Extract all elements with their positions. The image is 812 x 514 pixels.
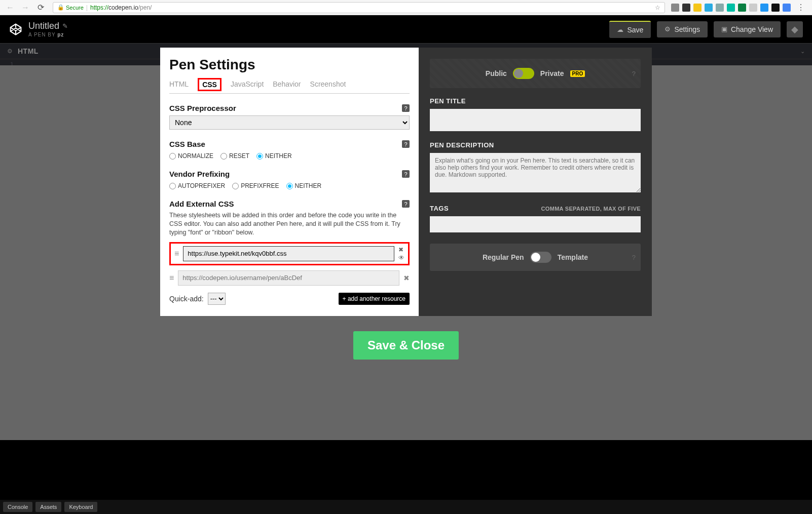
url-protocol: https://	[90, 4, 108, 11]
external-css-heading: Add External CSS	[169, 200, 234, 208]
lock-icon: 🔒	[57, 4, 64, 11]
settings-tabs: HTML CSS JavaScript Behavior Screenshot	[169, 80, 410, 94]
highlighted-resource-row: ≡ ✖ 👁	[169, 242, 410, 265]
author-link[interactable]: pz	[57, 32, 64, 37]
secure-indicator: 🔒 Secure	[57, 4, 84, 11]
radio-normalize[interactable]: NORMALIZE	[169, 152, 213, 160]
save-button[interactable]: ☁Save	[609, 21, 651, 38]
save-close-button[interactable]: Save & Close	[353, 331, 459, 360]
extension-icon[interactable]	[760, 4, 768, 12]
edit-title-icon[interactable]: ✎	[62, 22, 68, 30]
external-css-input-empty[interactable]	[178, 270, 399, 286]
layout-icon: ▣	[721, 25, 727, 33]
gear-icon: ⚙	[665, 25, 671, 33]
tab-screenshot[interactable]: Screenshot	[310, 80, 346, 93]
template-label: Template	[558, 253, 588, 261]
settings-left-panel: Pen Settings HTML CSS JavaScript Behavio…	[160, 48, 419, 316]
radio-reset[interactable]: RESET	[220, 152, 249, 160]
template-toggle-box: Regular Pen Template ?	[430, 244, 641, 271]
help-icon[interactable]: ?	[402, 170, 410, 178]
drag-handle-icon[interactable]: ≡	[174, 251, 179, 256]
help-icon[interactable]: ?	[402, 200, 410, 208]
collapse-icon[interactable]: ⌄	[800, 48, 805, 55]
remove-resource-icon[interactable]: ✖	[403, 274, 410, 282]
bookmark-star-icon[interactable]: ☆	[655, 4, 660, 11]
tab-javascript[interactable]: JavaScript	[231, 80, 264, 93]
codepen-logo-icon[interactable]	[9, 23, 22, 36]
css-base-heading: CSS Base	[169, 140, 205, 148]
external-css-input[interactable]	[183, 246, 394, 261]
css-preprocessor-select[interactable]: None	[169, 115, 410, 130]
extension-icon[interactable]	[693, 4, 702, 12]
vendor-prefixing-heading: Vendor Prefixing	[169, 170, 230, 178]
extension-icon[interactable]	[671, 4, 679, 12]
address-bar[interactable]: 🔒 Secure | https://codepen.io/pen/ ☆	[53, 2, 665, 13]
pen-settings-modal: Pen Settings HTML CSS JavaScript Behavio…	[160, 48, 652, 316]
pen-title-input[interactable]	[430, 109, 641, 131]
drag-handle-icon[interactable]: ≡	[169, 275, 174, 281]
pen-byline: A PEN BY pz	[28, 32, 68, 37]
visibility-toggle[interactable]	[513, 68, 534, 79]
tab-css[interactable]: CSS	[198, 78, 222, 91]
pen-description-label: PEN DESCRIPTION	[430, 141, 641, 149]
footer-bar: Console Assets Keyboard	[0, 500, 812, 514]
user-avatar[interactable]: ◆	[787, 21, 803, 37]
back-button[interactable]: ←	[4, 2, 16, 14]
browser-toolbar: ← → ⟳ 🔒 Secure | https://codepen.io/pen/…	[0, 0, 812, 15]
forward-button[interactable]: →	[19, 2, 31, 14]
css-preprocessor-heading: CSS Preprocessor	[169, 104, 236, 112]
cloud-icon: ☁	[617, 26, 623, 33]
pen-description-input[interactable]	[430, 153, 641, 192]
console-button[interactable]: Console	[3, 502, 32, 512]
template-toggle[interactable]	[530, 252, 551, 263]
keyboard-button[interactable]: Keyboard	[64, 502, 97, 512]
extension-icon[interactable]	[749, 4, 757, 12]
url-text: https://codepen.io/pen/	[90, 4, 152, 11]
help-icon[interactable]: ?	[632, 254, 636, 261]
app-header: Untitled ✎ A PEN BY pz ☁Save ⚙Settings ▣…	[0, 15, 812, 43]
editor-settings-icon[interactable]: ⚙	[7, 48, 13, 55]
tags-input[interactable]	[430, 216, 641, 232]
regular-pen-label: Regular Pen	[483, 253, 524, 261]
extension-icon[interactable]	[716, 4, 724, 12]
tags-hint: COMMA SEPARATED, MAX OF FIVE	[541, 206, 641, 212]
public-label: Public	[486, 69, 507, 77]
external-css-desc: These stylesheets will be added in this …	[169, 211, 410, 237]
pen-title-label: PEN TITLE	[430, 97, 641, 105]
remove-resource-icon[interactable]: ✖	[398, 246, 404, 253]
settings-title: Pen Settings	[169, 57, 410, 73]
radio-prefixfree[interactable]: PREFIXFREE	[232, 182, 279, 189]
extension-icon[interactable]	[738, 4, 746, 12]
visibility-toggle-box: Public Private PRO ?	[430, 59, 641, 88]
radio-vendor-neither[interactable]: NEITHER	[286, 182, 322, 189]
quick-add-select[interactable]: ---	[208, 293, 226, 305]
quick-add-label: Quick-add:	[169, 295, 204, 303]
tab-html[interactable]: HTML	[169, 80, 189, 93]
reload-button[interactable]: ⟳	[34, 2, 47, 14]
browser-menu-icon[interactable]: ⋮	[794, 3, 808, 12]
help-icon[interactable]: ?	[402, 140, 410, 148]
editor-label: HTML	[18, 47, 39, 55]
settings-button[interactable]: ⚙Settings	[657, 21, 708, 37]
extension-icon[interactable]	[727, 4, 735, 12]
help-icon[interactable]: ?	[632, 70, 636, 77]
extension-icon[interactable]	[682, 4, 690, 12]
pro-badge: PRO	[570, 70, 585, 77]
extension-icon[interactable]	[705, 4, 713, 12]
tab-behavior[interactable]: Behavior	[273, 80, 301, 93]
radio-neither[interactable]: NEITHER	[256, 152, 292, 160]
change-view-button[interactable]: ▣Change View	[714, 21, 781, 37]
pen-title[interactable]: Untitled	[28, 21, 59, 31]
radio-autoprefixer[interactable]: AUTOPREFIXER	[169, 182, 225, 189]
modal-backdrop: Pen Settings HTML CSS JavaScript Behavio…	[0, 65, 812, 440]
assets-button[interactable]: Assets	[35, 502, 61, 512]
help-icon[interactable]: ?	[402, 104, 410, 112]
settings-right-panel: Public Private PRO ? PEN TITLE PEN DESCR…	[419, 48, 652, 316]
add-resource-button[interactable]: + add another resource	[339, 293, 410, 305]
extension-icons	[671, 4, 791, 12]
view-resource-icon[interactable]: 👁	[398, 254, 404, 261]
extension-icon[interactable]	[783, 4, 791, 12]
private-label: Private	[540, 69, 564, 77]
extension-icon[interactable]	[771, 4, 780, 12]
tags-label: TAGS	[430, 205, 449, 212]
